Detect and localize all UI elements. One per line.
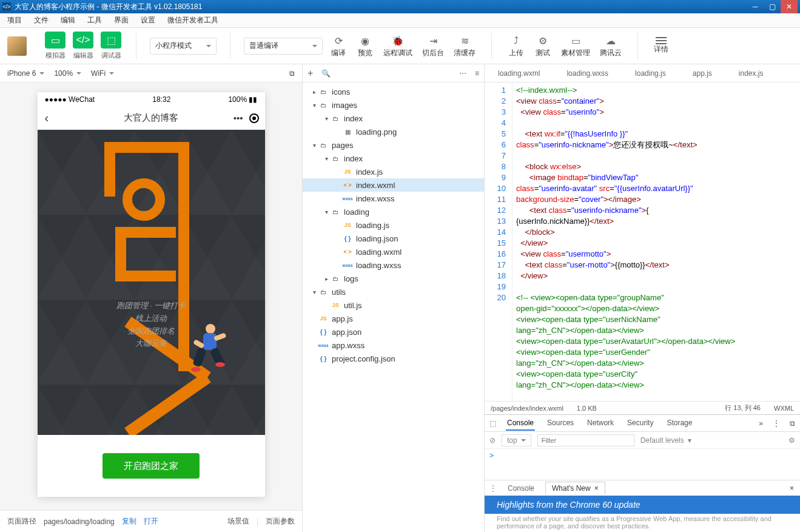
tree-node-app.wxss[interactable]: wxssapp.wxss: [303, 338, 484, 352]
clear-cache-icon[interactable]: ≋: [456, 33, 473, 48]
more-icon[interactable]: •••: [234, 113, 243, 123]
tree-node-util.js[interactable]: JSutil.js: [303, 298, 484, 312]
svg-rect-4: [213, 332, 227, 341]
tree-node-logs[interactable]: ▸🗀logs: [303, 272, 484, 285]
menu-工具[interactable]: 工具: [85, 14, 104, 27]
window-titlebar: </> 大官人的博客小程序示例 - 微信开发者工具 v1.02.1805181 …: [0, 0, 800, 13]
menu-微信开发者工具[interactable]: 微信开发者工具: [165, 14, 221, 27]
line-gutter: 1234567891011121314151617181920: [485, 82, 513, 401]
menu-项目[interactable]: 项目: [5, 14, 24, 27]
devtools-tab-security[interactable]: Security: [626, 416, 654, 431]
preview-icon[interactable]: ◉: [357, 33, 374, 48]
context-select[interactable]: top: [502, 434, 531, 446]
main-toolbar: ▭模拟器 </>编辑器 ⬚调试器 小程序模式 普通编译 ⟳编译 ◉预览 🐞远程调…: [0, 28, 800, 64]
zoom-select[interactable]: 100%: [54, 69, 81, 78]
tree-node-utils[interactable]: ▾🗀utils: [303, 285, 484, 298]
close-icon[interactable]: ×: [594, 484, 599, 493]
copy-link[interactable]: 复制: [122, 516, 136, 527]
tree-settings-icon[interactable]: ≡: [475, 69, 479, 78]
add-file-icon[interactable]: +: [308, 68, 313, 79]
status-pos: 行 13, 列 46: [725, 403, 761, 412]
tree-node-index[interactable]: ▾🗀index: [303, 152, 484, 165]
tree-node-index.wxml[interactable]: < >index.wxml: [303, 178, 484, 192]
details-icon[interactable]: [656, 37, 667, 44]
inspect-icon[interactable]: ⬚: [489, 419, 496, 428]
clear-console-icon[interactable]: ⊘: [489, 436, 496, 445]
tab-loading.wxss[interactable]: loading.wxss: [553, 64, 622, 82]
compile-select[interactable]: 普通编译: [244, 38, 323, 55]
open-link[interactable]: 打开: [144, 516, 158, 527]
tree-node-images[interactable]: ▾🗀images: [303, 98, 484, 112]
compile-icon[interactable]: ⟳: [330, 33, 347, 48]
tree-node-loading.png[interactable]: ▦loading.png: [303, 125, 484, 138]
svg-rect-5: [193, 339, 205, 349]
mode-select[interactable]: 小程序模式: [150, 38, 217, 55]
avatar[interactable]: [7, 36, 27, 56]
network-select[interactable]: WiFi: [91, 69, 114, 78]
menu-bar: 项目文件编辑工具界面设置微信开发者工具: [0, 13, 800, 28]
upload-icon[interactable]: ⤴: [508, 33, 525, 48]
devtools-tab-storage[interactable]: Storage: [665, 416, 693, 431]
screenshot-icon[interactable]: ⧉: [289, 69, 295, 78]
levels-select[interactable]: Default levels ▾: [640, 436, 691, 445]
svg-point-0: [206, 324, 215, 334]
device-select[interactable]: iPhone 6: [7, 69, 44, 78]
menu-编辑[interactable]: 编辑: [58, 14, 78, 27]
whatsnew-desc: Find out whether your site qualifies as …: [485, 514, 800, 532]
tree-more-icon[interactable]: ⋯: [459, 69, 466, 78]
devtools-more-icon[interactable]: »: [759, 419, 763, 428]
tree-node-icons[interactable]: ▸🗀icons: [303, 85, 484, 98]
status-file: /pages/index/index.wxml: [491, 405, 563, 412]
simulator-button[interactable]: ▭: [45, 32, 66, 49]
tree-node-index[interactable]: ▾🗀index: [303, 112, 484, 125]
svg-rect-2: [192, 348, 206, 368]
whatsnew-tab[interactable]: What's New×: [545, 482, 605, 494]
menu-设置[interactable]: 设置: [138, 14, 158, 27]
tree-node-index.wxss[interactable]: wxssindex.wxss: [303, 192, 484, 205]
tab-index.js[interactable]: index.js: [725, 64, 777, 82]
console-body[interactable]: >: [485, 449, 800, 480]
editor-button[interactable]: </>: [73, 32, 93, 49]
devtools-tab-console[interactable]: Console: [506, 416, 535, 431]
runner-illustration: [180, 320, 229, 380]
tree-node-pages[interactable]: ▾🗀pages: [303, 138, 484, 152]
debugger-button[interactable]: ⬚: [101, 32, 121, 49]
svg-rect-1: [203, 333, 217, 350]
tab-loading.js[interactable]: loading.js: [622, 64, 679, 82]
tab-loading.wxml[interactable]: loading.wxml: [485, 64, 553, 82]
tree-node-loading.wxss[interactable]: wxssloading.wxss: [303, 258, 484, 272]
devtools-dock-icon[interactable]: ⧉: [790, 419, 795, 428]
search-icon[interactable]: 🔍: [321, 69, 331, 78]
cloud-icon[interactable]: ☁: [602, 33, 619, 48]
background-icon[interactable]: ⇥: [425, 33, 442, 48]
console-settings-icon[interactable]: ⚙: [788, 436, 795, 445]
devtools-tab-sources[interactable]: Sources: [546, 416, 575, 431]
tab-app.js[interactable]: app.js: [679, 64, 725, 82]
devtools-menu-icon[interactable]: ⋮: [773, 419, 780, 428]
test-icon[interactable]: ⚙: [534, 33, 551, 48]
code-editor[interactable]: <!--index.wxml--> <view class="container…: [513, 82, 800, 401]
tree-node-loading.json[interactable]: { }loading.json: [303, 232, 484, 245]
tree-node-loading.js[interactable]: JSloading.js: [303, 218, 484, 232]
target-icon[interactable]: [249, 113, 259, 123]
tree-node-index.js[interactable]: JSindex.js: [303, 165, 484, 178]
menu-文件[interactable]: 文件: [32, 14, 51, 27]
drawer-console-tab[interactable]: Console: [502, 484, 540, 493]
close-button[interactable]: ✕: [781, 0, 798, 13]
filter-input[interactable]: [537, 434, 634, 446]
tree-node-project.config.json[interactable]: { }project.config.json: [303, 352, 484, 365]
devtools-tab-network[interactable]: Network: [586, 416, 615, 431]
back-button[interactable]: ‹: [45, 111, 49, 125]
tree-node-loading[interactable]: ▾🗀loading: [303, 205, 484, 218]
assets-icon[interactable]: ▭: [567, 33, 584, 48]
menu-界面[interactable]: 界面: [112, 14, 131, 27]
tree-node-app.js[interactable]: JSapp.js: [303, 312, 484, 325]
tree-node-loading.wxml[interactable]: < >loading.wxml: [303, 245, 484, 258]
remote-debug-icon[interactable]: 🐞: [389, 33, 406, 48]
svg-point-7: [215, 362, 225, 367]
primary-cta-button[interactable]: 开启跑团之家: [103, 453, 200, 479]
drawer-close-icon[interactable]: ×: [784, 484, 800, 493]
minimize-button[interactable]: ─: [747, 0, 764, 13]
maximize-button[interactable]: ▢: [764, 0, 781, 13]
tree-node-app.json[interactable]: { }app.json: [303, 325, 484, 338]
